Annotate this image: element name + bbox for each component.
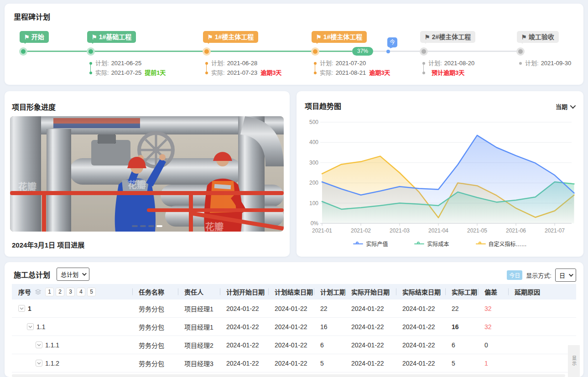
watermark: 花瓣: [128, 180, 146, 190]
legend-item[interactable]: 实际产值: [353, 240, 388, 248]
detail-value: 2021-06-28: [227, 58, 258, 68]
task-cell: 劳务分包: [132, 304, 178, 313]
milestone-node[interactable]: [19, 47, 27, 56]
legend-label: 实际产值: [366, 240, 388, 248]
milestone-node[interactable]: [203, 47, 211, 56]
milestone-name: 开始: [31, 33, 44, 41]
table-row[interactable]: 1劳务分包项目经理12024-01-222024-01-22222024-01-…: [12, 300, 576, 318]
seq-text: 1: [28, 305, 31, 312]
milestone-name: 1#基础工程: [99, 33, 132, 41]
detail-connector: [315, 64, 315, 72]
expand-icon[interactable]: [18, 305, 25, 312]
svg-text:0%: 0%: [311, 220, 319, 227]
flag-icon: ⚑: [208, 34, 213, 41]
milestone-name: 1#楼主体工程: [323, 33, 363, 41]
milestone-timeline: 37% 今 ⚑开始⚑1#基础工程计划:2021-06-25实际:2021-07-…: [5, 4, 583, 85]
milestone-detail-line: 预计逾期3天: [422, 68, 474, 77]
level-button-2[interactable]: 2: [56, 288, 64, 296]
milestone-badge[interactable]: ⚑1#楼主体工程: [312, 31, 367, 43]
legend-item[interactable]: 自定义指标……: [476, 240, 527, 248]
legend-symbol-icon: [476, 242, 486, 246]
project-trend-card: 项目趋势图 当期 5004003002001000%2021-012021-02…: [297, 91, 583, 257]
chevron-down-icon: [82, 271, 87, 276]
detail-label: 实际:: [211, 68, 225, 77]
seq-cell: 1: [12, 305, 132, 312]
carousel-dot[interactable]: [140, 225, 146, 227]
side-panel-tab-label: 显示: [571, 356, 578, 367]
svg-text:2021-06: 2021-06: [506, 227, 526, 234]
project-progress-card: 项目形象进度: [5, 91, 290, 257]
horizontal-scrollbar[interactable]: [12, 374, 565, 377]
milestone-badge[interactable]: ⚑开始: [20, 31, 49, 43]
project-photo-carousel[interactable]: 花瓣 花瓣 花瓣: [10, 116, 284, 232]
plan-duration-cell: 22: [314, 305, 345, 312]
level-button-3[interactable]: 3: [66, 288, 75, 296]
flag-icon: ⚑: [425, 34, 430, 41]
column-plan-duration: 计划工期: [314, 287, 345, 296]
table-row[interactable]: 1.1劳务分包项目经理12024-01-222024-01-22162024-0…: [12, 318, 576, 336]
milestone-badge[interactable]: ⚑2#楼主体工程: [420, 31, 475, 43]
detail-connector: [423, 64, 424, 72]
carousel-dot[interactable]: [156, 225, 162, 227]
progress-percent-pill: 37%: [352, 47, 373, 56]
deviation-cell: 32: [478, 305, 508, 312]
detail-value: 2021-06-25: [111, 58, 142, 68]
table-row[interactable]: 1.1.1劳务分包项目经理22024-01-222024-01-2262024-…: [12, 336, 576, 354]
legend-item[interactable]: 实际成本: [414, 240, 449, 248]
chevron-down-icon: [569, 272, 573, 277]
detail-value: 2021-09-30: [541, 58, 572, 68]
today-badge[interactable]: 今日: [507, 270, 522, 280]
deviation-cell: 1: [478, 360, 508, 367]
detail-value: 2021-08-20: [444, 58, 475, 68]
actual-end-cell: 2024-01-22: [396, 341, 445, 349]
column-plan-end: 计划结束日期: [268, 287, 314, 296]
level-button-5[interactable]: 5: [87, 288, 96, 296]
milestone-badge[interactable]: ⚑竣工验收: [517, 31, 559, 43]
svg-text:300: 300: [309, 160, 318, 166]
table-row[interactable]: 1.1.2劳务分包项目经理32024-01-222024-01-2252024-…: [12, 354, 576, 372]
chart-legend: 实际产值实际成本自定义指标……: [297, 240, 583, 248]
milestone-node[interactable]: [311, 47, 319, 56]
expand-icon[interactable]: [36, 341, 42, 348]
milestone-node[interactable]: [516, 47, 525, 56]
side-panel-tab[interactable]: 显示: [568, 345, 580, 377]
seq-cell: 1.1.2: [12, 360, 132, 367]
layers-icon[interactable]: [35, 289, 42, 295]
detail-dot: [422, 72, 425, 74]
plan-end-cell: 2024-01-22: [268, 323, 314, 331]
seq-text: 1.1: [36, 323, 45, 331]
milestone-detail-line: 实际:2021-08-21逾期3天: [314, 68, 390, 77]
table-header: 序号 12345 任务名称 责任人 计划开始日期 计划结束日期 计划工期 实际开: [12, 284, 576, 300]
svg-text:500: 500: [309, 119, 318, 125]
plan-duration-cell: 6: [314, 341, 345, 349]
level-button-4[interactable]: 4: [77, 288, 85, 296]
detail-dot: [314, 62, 317, 65]
expand-icon[interactable]: [27, 323, 34, 330]
plan-duration-cell: 5: [314, 360, 345, 367]
flag-icon: ⚑: [316, 34, 322, 41]
milestone-badge[interactable]: ⚑1#基础工程: [87, 31, 136, 43]
svg-text:200: 200: [309, 180, 318, 186]
carousel-dot[interactable]: [148, 225, 154, 227]
plan-end-cell: 2024-01-22: [268, 341, 314, 349]
detail-dot: [314, 72, 317, 74]
task-cell: 劳务分包: [132, 359, 178, 368]
display-mode-select[interactable]: 日: [555, 269, 576, 282]
table-body: 1劳务分包项目经理12024-01-222024-01-22222024-01-…: [12, 300, 576, 372]
actual-duration-cell: 22: [445, 305, 478, 312]
detail-connector: [206, 64, 207, 72]
owner-cell: 项目经理1: [178, 304, 220, 313]
detail-label: 计划:: [95, 58, 109, 68]
plan-type-select[interactable]: 总计划: [57, 268, 89, 281]
plan-type-select-value: 总计划: [61, 270, 78, 279]
expand-icon[interactable]: [36, 360, 42, 367]
milestone-badge[interactable]: ⚑1#楼主体工程: [203, 31, 258, 43]
milestone-details: 计划:2021-09-30: [519, 58, 571, 68]
trend-card-title: 项目趋势图: [305, 100, 341, 111]
milestone-node[interactable]: [87, 47, 95, 56]
actual-duration-cell: 16: [445, 323, 478, 331]
period-select[interactable]: 当期: [556, 102, 574, 111]
level-button-1[interactable]: 1: [45, 288, 54, 296]
carousel-dot[interactable]: [132, 225, 138, 227]
milestone-node[interactable]: [420, 47, 428, 56]
